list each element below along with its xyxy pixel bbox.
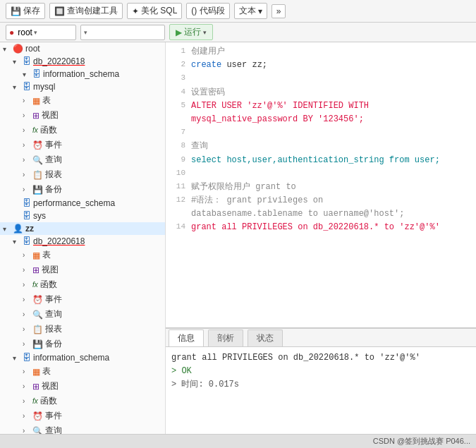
beautify-icon: ✦ [132,6,139,16]
line-num-13 [169,207,185,221]
code-line-8: 8 查询 [166,140,476,153]
sidebar-item-info-schema1[interactable]: ▾ 🗄 information_schema [0,68,165,80]
sidebar-item-zz-db[interactable]: ▾ 🗄 db_20220618 [0,235,165,248]
performance-label: performance_schema [33,198,115,208]
query-tool-icon: 🔲 [54,6,65,16]
sidebar-item-zz-query[interactable]: › 🔍 查询 [0,307,165,322]
line-num-9: 9 [169,154,185,167]
sidebar-item-mysql-func[interactable]: › fx 函数 [0,123,165,138]
save-button[interactable]: 💾 保存 [6,3,45,19]
backup-icon: 💾 [32,185,43,195]
sidebar-item-zz-info-table[interactable]: › ▦ 表 [0,364,165,379]
mysql-icon: 🗄 [23,82,31,92]
sidebar-item-mysql-table[interactable]: › ▦ 表 [0,93,165,108]
sidebar-item-zz-info-query[interactable]: › 🔍 查询 [0,423,165,434]
sidebar-item-zz-table[interactable]: › ▦ 表 [0,248,165,262]
zz-info-query-label: 查询 [45,425,62,434]
tab-profiling[interactable]: 剖析 [208,329,243,346]
mysql-toggle[interactable]: ▾ [13,83,23,91]
sidebar-item-mysql-backup[interactable]: › 💾 备份 [0,182,165,197]
sidebar-item-zz-view[interactable]: › ⊞ 视图 [0,262,165,277]
line-num-14: 14 [169,221,185,234]
database-dropdown[interactable]: ▾ [80,25,165,40]
zz-info-event-label: 事件 [45,410,62,422]
sidebar-item-mysql[interactable]: ▾ 🗄 mysql [0,80,165,93]
line-num-7: 7 [169,126,185,140]
mysql-query-toggle[interactable]: › [23,156,32,164]
sidebar-item-zz-info-event[interactable]: › ⏰ 事件 [0,408,165,423]
db1-toggle[interactable]: ▾ [13,58,23,66]
sidebar-item-zz-report[interactable]: › 📋 报表 [0,322,165,337]
zz-backup-label: 备份 [45,338,62,350]
code-text-7 [191,126,473,140]
mysql-report-toggle[interactable]: › [23,171,32,178]
line-num-6 [169,113,185,126]
toolbar-row1: 💾 保存 🔲 查询创建工具 ✦ 美化 SQL () 代码段 文本 ▾ » [0,0,476,23]
text-label: 文本 [239,5,256,17]
tab-info[interactable]: 信息 [169,329,204,346]
code-snippet-label: () 代码段 [191,5,224,17]
code-snippet-button[interactable]: () 代码段 [186,3,229,19]
code-line-9: 9 select host,user,authentication_string… [166,154,476,167]
code-text-13: databasename.tablename to uaername@'host… [191,207,473,221]
mysql-table-toggle[interactable]: › [23,97,32,104]
sidebar-item-zz-info[interactable]: ▾ 🗄 information_schema [0,351,165,364]
sidebar-item-mysql-view[interactable]: › ⊞ 视图 [0,108,165,123]
sidebar-item-zz[interactable]: ▾ 👤 zz [0,222,165,235]
mysql-event-toggle[interactable]: › [23,141,32,149]
code-line-11: 11 赋予权限给用户 grant to [166,181,476,194]
bottom-panel: 信息 剖析 状态 grant all PRIVILEGES on db_2022… [166,328,476,434]
db1-icon: 🗄 [23,56,31,66]
zz-info-func-icon: fx [32,397,38,405]
zz-db-icon: 🗄 [23,236,31,246]
zz-toggle[interactable]: ▾ [3,225,13,233]
sidebar-item-zz-info-func[interactable]: › fx 函数 [0,394,165,408]
zz-info-toggle[interactable]: ▾ [13,354,23,362]
text-button[interactable]: 文本 ▾ [234,3,267,19]
sidebar-item-zz-func[interactable]: › fx 函数 [0,277,165,292]
mysql-report-label: 报表 [45,169,62,181]
view-icon: ⊞ [32,111,39,121]
line-num-1: 1 [169,45,185,59]
tab-status[interactable]: 状态 [248,329,283,346]
code-line-7: 7 [166,126,476,140]
result-line-1: grant all PRIVILEGES on db_20220618.* to… [171,351,470,365]
query-tool-button[interactable]: 🔲 查询创建工具 [49,3,123,19]
query-tool-label: 查询创建工具 [67,5,118,17]
sidebar-item-mysql-event[interactable]: › ⏰ 事件 [0,138,165,152]
code-line-12: 12 #语法： grant privileges on [166,194,476,207]
mysql-func-toggle[interactable]: › [23,126,32,134]
zz-event-label: 事件 [45,293,62,305]
zz-report-label: 报表 [45,323,62,335]
connection-icon: ● [9,28,14,37]
zz-db-toggle[interactable]: ▾ [13,238,23,246]
code-text-14: grant all PRIVILEGES on db_20220618.* to… [191,221,473,234]
connection-label: root [18,28,32,37]
beautify-button[interactable]: ✦ 美化 SQL [127,3,182,19]
zz-backup-icon: 💾 [32,339,43,349]
sidebar-item-sys[interactable]: 🗄 sys [0,210,165,222]
sidebar-item-root[interactable]: ▾ 🔴 root [0,42,165,55]
mysql-backup-toggle[interactable]: › [23,186,32,193]
sidebar-item-zz-info-view[interactable]: › ⊞ 视图 [0,379,165,394]
sidebar-item-mysql-query[interactable]: › 🔍 查询 [0,152,165,167]
root-toggle[interactable]: ▾ [3,45,13,53]
db1-label: db_20220618 [33,56,85,66]
sidebar-item-db1[interactable]: ▾ 🗄 db_20220618 [0,55,165,68]
run-button[interactable]: ▶ 运行 ▾ [169,24,213,40]
code-line-14: 14 grant all PRIVILEGES on db_20220618.*… [166,221,476,234]
sys-icon: 🗄 [23,211,31,221]
sidebar-item-zz-backup[interactable]: › 💾 备份 [0,337,165,351]
info-schema1-toggle[interactable]: ▾ [23,71,32,78]
sidebar-item-performance[interactable]: 🗄 performance_schema [0,197,165,210]
sidebar-item-zz-event[interactable]: › ⏰ 事件 [0,292,165,307]
mysql-view-toggle[interactable]: › [23,111,32,119]
code-editor[interactable]: 1 创建用户 2 create user zz; 3 4 设置密码 [166,42,476,328]
sidebar-item-mysql-report[interactable]: › 📋 报表 [0,167,165,182]
code-text-8: 查询 [191,140,473,153]
more-button[interactable]: » [271,4,286,18]
code-text-1: 创建用户 [191,45,473,59]
code-line-4: 4 设置密码 [166,86,476,99]
query-icon: 🔍 [32,155,43,165]
connection-dropdown[interactable]: ● root ▾ [6,25,76,40]
